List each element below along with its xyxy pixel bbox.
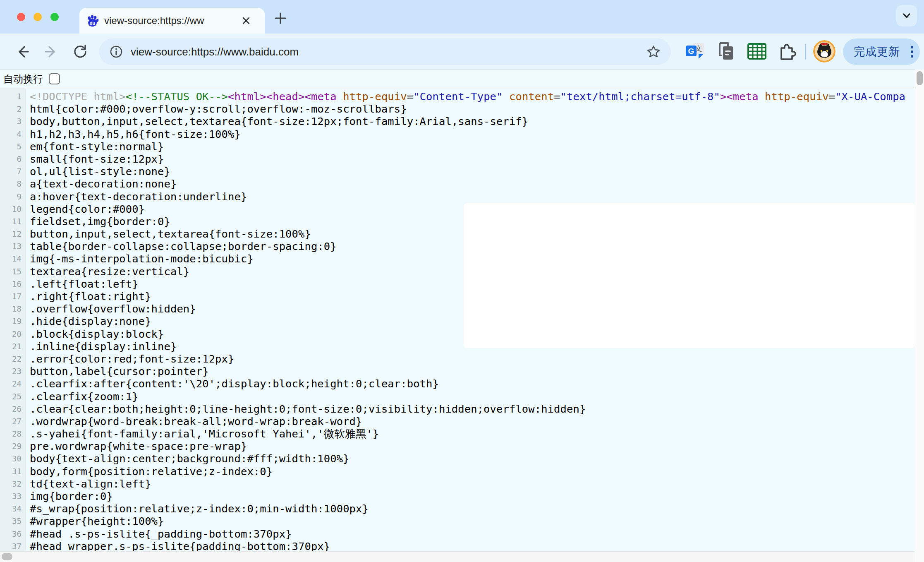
code-text: #head .s-ps-islite{_padding-bottom:370px… <box>26 528 292 540</box>
line-number: 5 <box>0 140 26 153</box>
bookmark-star-icon[interactable] <box>646 44 661 59</box>
svg-text:G: G <box>688 47 694 55</box>
window-close-button[interactable] <box>17 13 25 21</box>
syntax-token-tag: ><meta <box>720 90 765 103</box>
view-source-content[interactable]: 1<!DOCTYPE html><!--STATUS OK--><html><h… <box>0 88 915 551</box>
code-text: .overflow{overflow:hidden} <box>26 303 196 315</box>
source-line: 26.clear{clear:both;height:0;line-height… <box>0 403 915 415</box>
syntax-token-value: "text/html;charset=utf-8" <box>560 90 720 103</box>
syntax-token-doctype: <!DOCTYPE html> <box>30 90 126 103</box>
translate-button[interactable]: 文 G <box>684 40 706 62</box>
back-arrow-icon <box>14 44 30 60</box>
copy-page-button[interactable] <box>715 40 737 62</box>
source-line: 28.s-yahei{font-family:arial,'Microsoft … <box>0 428 915 440</box>
url-text[interactable]: view-source:https://www.baidu.com <box>131 46 646 58</box>
chevron-down-icon <box>901 10 912 22</box>
source-line: 36#head .s-ps-islite{_padding-bottom:370… <box>0 528 915 540</box>
source-line: 2html{color:#000;overflow-y:scroll;overf… <box>0 103 915 115</box>
code-text: .left{float:left} <box>26 278 139 290</box>
code-text: .hide{display:none} <box>26 315 151 327</box>
new-tab-button[interactable] <box>273 11 288 26</box>
code-text: em{font-style:normal} <box>26 140 164 153</box>
baidu-favicon-icon: du <box>86 14 99 27</box>
line-number: 26 <box>0 403 26 415</box>
syntax-token-tag: <html><head><meta <box>228 90 343 103</box>
horizontal-scrollbar-thumb[interactable] <box>2 553 12 560</box>
chrome-update-button[interactable]: 完成更新 <box>843 38 920 65</box>
code-text: html{color:#000;overflow-y:scroll;overfl… <box>26 103 407 115</box>
line-number: 30 <box>0 452 26 465</box>
forward-button[interactable] <box>42 43 60 61</box>
browser-tab[interactable]: du view-source:https://ww <box>79 8 265 34</box>
line-number: 19 <box>0 315 26 327</box>
code-text: ol,ul{list-style:none} <box>26 165 170 178</box>
code-text: img{-ms-interpolation-mode:bicubic} <box>26 252 254 265</box>
line-number: 1 <box>0 90 26 103</box>
line-number: 32 <box>0 478 26 490</box>
line-wrap-checkbox[interactable] <box>49 73 60 84</box>
code-text: .block{display:block} <box>26 328 164 340</box>
code-text: a:hover{text-decoration:underline} <box>26 190 247 203</box>
syntax-token-plain: = <box>554 90 560 103</box>
line-number: 29 <box>0 440 26 452</box>
source-line: 8a{text-decoration:none} <box>0 178 915 190</box>
line-number: 2 <box>0 103 26 115</box>
source-line: 37#head_wrapper.s-ps-islite{padding-bott… <box>0 540 915 551</box>
line-number: 17 <box>0 290 26 303</box>
tab-title: view-source:https://ww <box>104 14 237 27</box>
source-line: 23button,label{cursor:pointer} <box>0 365 915 377</box>
source-line: 5em{font-style:normal} <box>0 140 915 153</box>
source-line: 30body{text-align:center;background:#fff… <box>0 452 915 465</box>
line-number: 23 <box>0 365 26 377</box>
window-maximize-button[interactable] <box>50 13 59 21</box>
code-text: <!DOCTYPE html><!--STATUS OK--><html><he… <box>26 90 905 103</box>
syntax-token-plain <box>503 90 509 103</box>
source-line: 33img{border:0} <box>0 490 915 502</box>
syntax-token-plain: = <box>407 90 413 103</box>
vertical-scrollbar-thumb[interactable] <box>917 71 923 85</box>
code-text: .clearfix:after{content:'\20';display:bl… <box>26 377 439 390</box>
tab-search-button[interactable] <box>896 5 917 26</box>
address-bar[interactable]: view-source:https://www.baidu.com <box>99 38 671 65</box>
vertical-scrollbar[interactable] <box>915 70 924 551</box>
line-number: 12 <box>0 228 26 240</box>
tab-title-fade <box>216 14 237 27</box>
source-line: 27.wordwrap{word-break:break-all;word-wr… <box>0 415 915 428</box>
code-text: .wordwrap{word-break:break-all;word-wrap… <box>26 415 362 428</box>
source-line: 7ol,ul{list-style:none} <box>0 165 915 178</box>
profile-avatar[interactable] <box>813 40 835 62</box>
tab-close-icon[interactable] <box>239 14 253 28</box>
toolbar-separator <box>805 44 806 60</box>
code-text: .error{color:red;font-size:12px} <box>26 353 234 365</box>
back-button[interactable] <box>13 43 31 61</box>
source-line: 22.error{color:red;font-size:12px} <box>0 353 915 365</box>
white-overlay-rect <box>464 203 915 348</box>
code-text: textarea{resize:vertical} <box>26 265 189 278</box>
window-minimize-button[interactable] <box>34 13 42 21</box>
code-text: .right{float:right} <box>26 290 151 303</box>
code-text: .inline{display:inline} <box>26 340 177 353</box>
line-number: 31 <box>0 465 26 478</box>
menu-kebab-icon[interactable] <box>906 45 918 59</box>
line-number: 6 <box>0 153 26 165</box>
site-info-icon[interactable] <box>109 45 123 59</box>
sheets-extension-button[interactable] <box>746 40 768 62</box>
line-number: 20 <box>0 328 26 340</box>
code-text: .s-yahei{font-family:arial,'Microsoft Ya… <box>26 428 379 440</box>
browser-window: du view-source:https://ww <box>0 0 924 562</box>
code-text: td{text-align:left} <box>26 478 151 490</box>
line-number: 37 <box>0 540 26 551</box>
horizontal-scrollbar[interactable] <box>0 551 915 562</box>
code-text: fieldset,img{border:0} <box>26 215 170 228</box>
code-text: #wrapper{height:100%} <box>26 515 164 527</box>
svg-text:du: du <box>90 21 95 26</box>
code-text: table{border-collapse:collapse;border-sp… <box>26 240 337 252</box>
extensions-button[interactable] <box>776 40 798 62</box>
line-number: 36 <box>0 528 26 540</box>
code-text: a{text-decoration:none} <box>26 178 177 190</box>
source-line: 3body,button,input,select,textarea{font-… <box>0 115 915 127</box>
line-wrap-bar: 自动换行 <box>0 70 924 88</box>
tab-strip: du view-source:https://ww <box>0 0 924 34</box>
line-number: 33 <box>0 490 26 502</box>
reload-button[interactable] <box>71 43 89 61</box>
